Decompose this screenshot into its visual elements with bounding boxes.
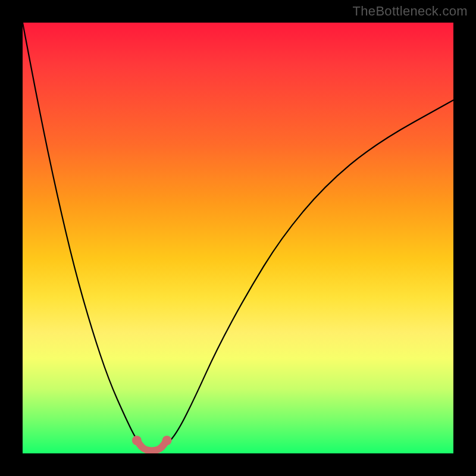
right-branch-curve <box>165 100 453 447</box>
valley-dot-left <box>132 436 142 445</box>
plot-area <box>23 23 453 453</box>
curve-layer <box>23 23 453 453</box>
valley-dot-right <box>162 436 172 445</box>
chart-frame: TheBottleneck.com <box>0 0 476 476</box>
watermark-text: TheBottleneck.com <box>353 4 468 19</box>
valley-highlight <box>137 440 167 450</box>
left-branch-curve <box>23 23 143 447</box>
